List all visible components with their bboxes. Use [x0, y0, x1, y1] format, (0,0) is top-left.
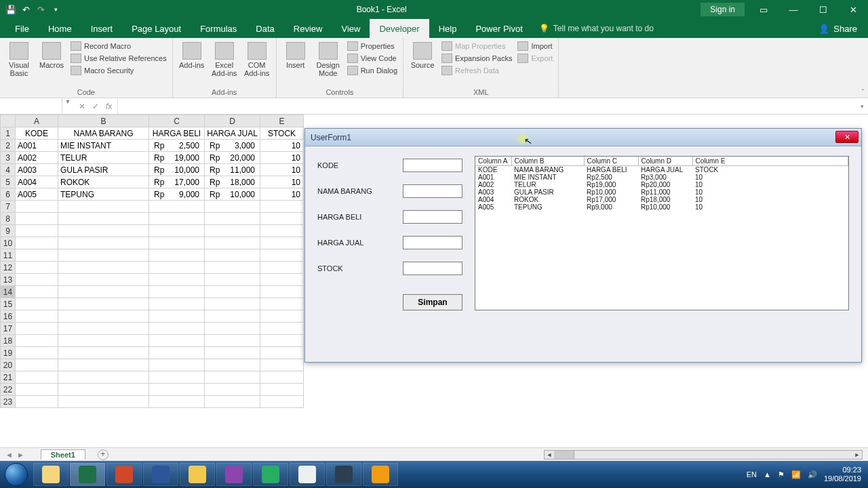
tab-data[interactable]: Data [246, 19, 283, 38]
qat-customize-icon[interactable]: ▾ [49, 3, 62, 16]
tray-flag-icon[interactable]: ⚑ [778, 470, 785, 479]
tab-view[interactable]: View [332, 19, 370, 38]
label-kode: KODE [317, 161, 392, 169]
share-button[interactable]: Share [833, 24, 857, 34]
taskbar-word[interactable] [143, 463, 178, 486]
taskbar-explorer[interactable] [33, 463, 68, 486]
taskbar-app5[interactable] [180, 463, 215, 486]
excel-addins-button[interactable]: Excel Add-ins [210, 41, 239, 77]
taskbar-app7[interactable] [253, 463, 288, 486]
close-button[interactable]: ✕ [838, 0, 868, 19]
start-button[interactable] [0, 461, 33, 488]
redo-icon[interactable]: ↷ [34, 3, 47, 16]
taskbar-app10[interactable] [363, 463, 398, 486]
sheet-nav-next-icon[interactable]: ► [17, 451, 24, 459]
userform-listbox[interactable]: Column AColumn BColumn CColumn DColumn E… [475, 156, 849, 310]
tray-network-icon[interactable]: 📶 [791, 470, 801, 479]
group-code-label: Code [4, 88, 168, 98]
record-macro-button[interactable]: Record Macro [69, 41, 168, 52]
simpan-button[interactable]: Simpan [403, 294, 462, 310]
properties-button[interactable]: Properties [346, 41, 399, 52]
ribbon-display-icon[interactable]: ▭ [749, 0, 778, 19]
scroll-left-icon[interactable]: ◄ [545, 451, 554, 459]
refresh-data-button: Refresh Data [440, 65, 513, 76]
name-box[interactable] [0, 98, 62, 114]
signin-button[interactable]: Sign in [701, 3, 745, 16]
undo-icon[interactable]: ↶ [19, 3, 33, 16]
userform-titlebar[interactable]: UserForm1 ✕ [305, 129, 861, 146]
titlebar: 💾 ↶ ↷ ▾ Book1 - Excel Sign in ▭ — ☐ ✕ [0, 0, 868, 19]
save-icon[interactable]: 💾 [4, 3, 18, 16]
com-addins-button[interactable]: COM Add-ins [242, 41, 272, 77]
addins-button[interactable]: Add-ins [177, 41, 207, 69]
bulb-icon: 💡 [539, 24, 549, 33]
view-code-button[interactable]: View Code [346, 53, 399, 64]
input-beli[interactable] [403, 210, 462, 224]
run-dialog-button[interactable]: Run Dialog [346, 65, 399, 76]
enter-icon[interactable]: ✓ [92, 102, 99, 111]
macro-security-button[interactable]: Macro Security [69, 65, 168, 76]
ribbon: Visual Basic Macros Record Macro Use Rel… [0, 38, 868, 98]
taskbar-powerpoint[interactable] [106, 463, 142, 486]
horizontal-scrollbar[interactable]: ◄ ► [544, 450, 863, 460]
tab-pagelayout[interactable]: Page Layout [122, 19, 191, 38]
fx-icon[interactable]: fx [106, 102, 112, 111]
language-indicator[interactable]: EN [747, 470, 757, 479]
insert-control-button[interactable]: Insert [281, 41, 311, 69]
tab-insert[interactable]: Insert [81, 19, 123, 38]
taskbar: EN ▲ ⚑ 📶 🔊 09:23 19/08/2019 [0, 461, 868, 488]
taskbar-app6[interactable] [216, 463, 252, 486]
group-xml-label: XML [408, 88, 554, 98]
namebox-dropdown-icon[interactable]: ▼ [62, 98, 73, 114]
formula-input[interactable] [118, 98, 856, 114]
tellme-search[interactable]: 💡 Tell me what you want to do [532, 19, 654, 38]
minimize-button[interactable]: — [778, 0, 808, 19]
tab-home[interactable]: Home [39, 19, 81, 38]
add-sheet-button[interactable]: + [98, 449, 108, 460]
expansion-packs-button[interactable]: Expansion Packs [440, 53, 513, 64]
window-title: Book1 - Excel [62, 5, 701, 14]
taskbar-app9[interactable] [326, 463, 361, 486]
export-button: Export [516, 53, 554, 64]
expand-formula-icon[interactable]: ▾ [856, 98, 868, 114]
tab-developer[interactable]: Developer [370, 19, 429, 38]
label-nama: NAMA BARANG [317, 187, 392, 195]
design-mode-button[interactable]: Design Mode [313, 41, 343, 77]
group-addins-label: Add-ins [177, 88, 272, 98]
label-stock: STOCK [317, 264, 392, 272]
tray-volume-icon[interactable]: 🔊 [808, 470, 817, 479]
share-icon: 👤 [818, 24, 829, 34]
userform-dialog[interactable]: UserForm1 ✕ KODE NAMA BARANG HARGA BELI … [304, 128, 862, 363]
formula-bar: ▼ ✕ ✓ fx ▾ [0, 98, 868, 115]
tab-review[interactable]: Review [284, 19, 332, 38]
tab-help[interactable]: Help [429, 19, 467, 38]
input-stock[interactable] [403, 262, 462, 275]
collapse-ribbon-icon[interactable]: ˆ [862, 89, 864, 96]
group-controls-label: Controls [281, 88, 399, 98]
tab-powerpivot[interactable]: Power Pivot [466, 19, 532, 38]
taskbar-clock[interactable]: 09:23 19/08/2019 [824, 466, 861, 483]
ribbon-tabs: File Home Insert Page Layout Formulas Da… [0, 19, 868, 38]
visual-basic-button[interactable]: Visual Basic [4, 41, 34, 77]
userform-close-button[interactable]: ✕ [835, 131, 859, 143]
tellme-placeholder: Tell me what you want to do [553, 24, 654, 33]
tab-file[interactable]: File [5, 19, 39, 38]
input-nama[interactable] [403, 184, 462, 198]
sheet-nav-prev-icon[interactable]: ◄ [5, 451, 13, 459]
scroll-right-icon[interactable]: ► [852, 451, 862, 459]
taskbar-excel[interactable] [70, 463, 105, 486]
sheet-tabs-bar: ◄ ► Sheet1 + ◄ ► [0, 447, 868, 461]
maximize-button[interactable]: ☐ [808, 0, 838, 19]
tab-formulas[interactable]: Formulas [191, 19, 246, 38]
import-button[interactable]: Import [516, 41, 554, 52]
input-kode[interactable] [403, 159, 462, 172]
use-relative-button[interactable]: Use Relative References [69, 53, 168, 64]
sheet-tab-sheet1[interactable]: Sheet1 [41, 449, 85, 460]
input-jual[interactable] [403, 236, 462, 249]
xml-source-button[interactable]: Source [408, 41, 437, 69]
taskbar-app8[interactable] [290, 463, 325, 486]
macros-button[interactable]: Macros [37, 41, 66, 69]
label-beli: HARGA BELI [317, 213, 392, 221]
tray-chevron-icon[interactable]: ▲ [764, 470, 771, 479]
cancel-icon[interactable]: ✕ [79, 102, 85, 111]
